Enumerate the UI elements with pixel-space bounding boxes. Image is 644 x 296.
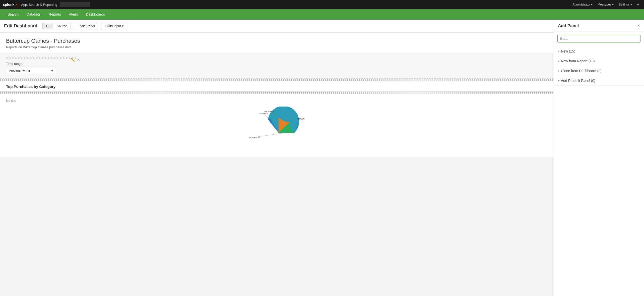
simulation-label: SIMULATION xyxy=(249,136,260,138)
panel-option-new-from-report-count: (10) xyxy=(588,59,595,63)
settings-menu[interactable]: Settings ▾ xyxy=(617,2,634,7)
time-range-select[interactable]: Previous week xyxy=(6,67,56,74)
strategy-label: STRATEGY xyxy=(297,118,304,120)
chevron-new-icon: › xyxy=(558,50,559,53)
add-input-arrow: ▾ xyxy=(122,24,124,28)
section-divider-1[interactable] xyxy=(0,79,554,81)
section-divider-2[interactable] xyxy=(0,92,554,94)
svg-text:>: > xyxy=(15,3,17,7)
nav-datasets[interactable]: Datasets xyxy=(23,11,44,18)
nav-alerts[interactable]: Alerts xyxy=(66,11,82,18)
add-panel-header: Add Panel × xyxy=(554,20,644,32)
more-menu[interactable]: A xyxy=(635,2,641,7)
messages-menu[interactable]: Messages ▾ xyxy=(596,2,616,7)
edit-dashboard-title: Edit Dashboard xyxy=(4,23,37,29)
top-search-input[interactable] xyxy=(60,2,90,7)
add-panel-title: Add Panel xyxy=(558,23,579,28)
shooter-label: SHOOTER xyxy=(264,111,274,113)
dashboard-description: Reports on Buttercup Games purchases dat… xyxy=(6,45,548,49)
edit-toolbar: Edit Dashboard UI Source + Add Panel + A… xyxy=(0,20,554,33)
panel-options-list: › New (15) › New from Report (10) › Clon… xyxy=(554,45,644,87)
add-input-button[interactable]: + Add Input ▾ xyxy=(101,23,127,29)
nav-search[interactable]: Search xyxy=(4,11,22,18)
view-mode-toggle: UI Source xyxy=(42,23,71,29)
panel-option-prebuilt-label: Add Prebuilt Panel xyxy=(561,79,590,83)
time-range-label: Time range xyxy=(6,62,548,66)
remove-time-range-button[interactable]: ✕ xyxy=(77,57,81,62)
chevron-prebuilt-icon: › xyxy=(558,79,559,82)
panel-option-new[interactable]: › New (15) xyxy=(554,46,644,56)
main-wrapper: Edit Dashboard UI Source + Add Panel + A… xyxy=(0,20,644,296)
pie-chart-svg: SPORTS SHOOTER STRATEGY SIMULATION xyxy=(249,107,304,152)
chevron-new-from-report-icon: › xyxy=(558,59,559,63)
dashboard-header: Buttercup Games - Purchases Reports on B… xyxy=(0,33,554,53)
add-panel-sidebar: Add Panel × › New (15) › New from Report… xyxy=(554,20,644,296)
splunk-logo: splunk > xyxy=(3,2,18,8)
panel-title-top-purchases: Top Purchases by Category xyxy=(6,84,55,89)
app-name[interactable]: App: Search & Reporting xyxy=(21,3,57,7)
dashboard-content: Buttercup Games - Purchases Reports on B… xyxy=(0,33,554,157)
dashboard-area: Edit Dashboard UI Source + Add Panel + A… xyxy=(0,20,554,296)
no-title-panel: No title xyxy=(0,94,554,157)
drag-handle[interactable] xyxy=(6,57,76,59)
nav-reports[interactable]: Reports xyxy=(45,11,65,18)
edit-time-range-button[interactable]: ✏️ xyxy=(70,57,76,62)
close-panel-button[interactable]: × xyxy=(637,23,640,28)
panel-header-top-purchases: Top Purchases by Category xyxy=(0,81,554,91)
add-panel-search-input[interactable] xyxy=(557,35,640,42)
source-mode-button[interactable]: Source xyxy=(53,23,71,29)
panel-option-new-label: New xyxy=(561,49,568,53)
dashboard-title: Buttercup Games - Purchases xyxy=(6,38,548,44)
no-title-label: No title xyxy=(6,99,548,103)
nav-dashboards[interactable]: Dashboards xyxy=(82,11,108,18)
splunk-logo-text: splunk > xyxy=(3,2,18,8)
add-panel-button[interactable]: + Add Panel xyxy=(74,23,98,29)
admin-menu[interactable]: Administrator ▾ xyxy=(570,2,595,7)
svg-text:splunk: splunk xyxy=(3,3,14,7)
time-range-section: ✏️ ✕ Time range Previous week xyxy=(0,53,554,79)
panel-option-clone[interactable]: › Clone from Dashboard (3) xyxy=(554,66,644,76)
ui-mode-button[interactable]: UI xyxy=(43,23,53,29)
panel-option-new-from-report[interactable]: › New from Report (10) xyxy=(554,56,644,66)
panel-option-clone-count: (3) xyxy=(596,69,602,73)
pie-chart-container: SPORTS SHOOTER STRATEGY SIMULATION xyxy=(6,107,548,152)
panel-option-prebuilt[interactable]: › Add Prebuilt Panel (0) xyxy=(554,76,644,86)
panel-option-clone-label: Clone from Dashboard xyxy=(561,69,596,73)
panel-option-new-count: (15) xyxy=(568,49,575,53)
chevron-clone-icon: › xyxy=(558,69,559,73)
time-range-actions: ✏️ ✕ xyxy=(70,57,81,62)
add-input-label: + Add Input xyxy=(104,24,121,28)
panel-option-new-from-report-label: New from Report xyxy=(561,59,588,63)
top-bar: splunk > App: Search & Reporting Adminis… xyxy=(0,0,644,9)
top-purchases-panel: Top Purchases by Category xyxy=(0,81,554,92)
green-nav: Search Datasets Reports Alerts Dashboard… xyxy=(0,9,644,20)
panel-option-prebuilt-count: (0) xyxy=(590,79,595,83)
